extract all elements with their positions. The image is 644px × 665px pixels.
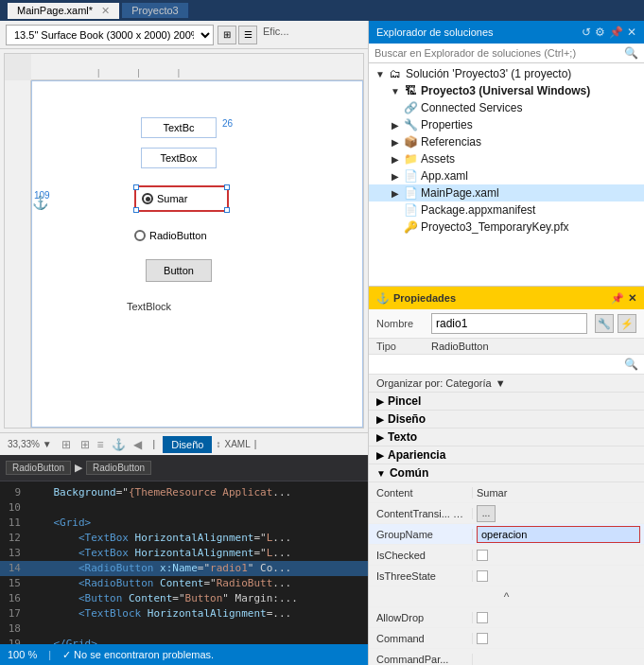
tree-item-project[interactable]: ▼ 🏗 Proyecto3 (Universal Windows) xyxy=(369,82,644,99)
diseno-label: Diseño xyxy=(388,412,426,426)
widget-radiobutton2[interactable]: RadioButton xyxy=(134,225,229,246)
tree-item-assets[interactable]: ▶ 📁 Assets xyxy=(369,150,644,167)
props-wrench-btn[interactable]: 🔧 xyxy=(595,314,614,333)
widget-radiobutton-selected[interactable]: Sumar xyxy=(134,185,229,212)
tree-item-referencias[interactable]: ▶ 📦 Referencias xyxy=(369,133,644,150)
isthreestate-checkbox[interactable] xyxy=(477,570,488,582)
tree-item-mainpage[interactable]: ▶ 📄 MainPage.xaml xyxy=(369,184,644,201)
tree-item-pfx[interactable]: 🔑 Proyecto3_TemporaryKey.pfx xyxy=(369,219,644,236)
assets-arrow[interactable]: ▶ xyxy=(388,154,403,165)
tree-item-properties[interactable]: ▶ 🔧 Properties xyxy=(369,116,644,133)
design-view-btn[interactable]: Diseño xyxy=(163,436,212,453)
referencias-icon: 📦 xyxy=(403,134,418,149)
handle-tl[interactable] xyxy=(133,184,139,190)
code-line-highlighted: 14 <RadioButton x:Name="radio1" Co... xyxy=(0,561,368,576)
referencias-arrow[interactable]: ▶ xyxy=(388,137,403,148)
ischecked-checkbox[interactable] xyxy=(477,550,488,561)
appxaml-arrow[interactable]: ▶ xyxy=(388,171,403,182)
code-selector2[interactable]: RadioButton xyxy=(86,461,151,475)
device-selector[interactable]: 13.5" Surface Book (3000 x 2000) 200% es… xyxy=(6,25,214,45)
props-name-row: Nombre 🔧 ⚡ xyxy=(369,309,644,339)
contenttransi-btn[interactable]: ... xyxy=(477,505,496,522)
props-scroll[interactable]: ▶ Pincel ▶ Diseño ▶ Texto xyxy=(369,393,644,665)
zoom-display: 33,33% ▼ xyxy=(8,439,52,449)
design-canvas: | | | TextBc 26 TextBox xyxy=(4,53,364,429)
project-label: Proyecto3 (Universal Windows) xyxy=(421,84,590,97)
widget-textbox2[interactable]: TextBox xyxy=(141,148,217,168)
status-bar: 100 % | ✓ No se encontraron problemas. xyxy=(0,644,368,665)
connected-icon: 🔗 xyxy=(403,100,418,115)
props-close-icon[interactable]: ✕ xyxy=(628,292,636,305)
ruler-top: | | | xyxy=(31,54,363,80)
code-selector1[interactable]: RadioButton xyxy=(6,461,71,475)
content-label: Content xyxy=(369,487,473,499)
tab-mainpage[interactable]: MainPage.xaml* ✕ xyxy=(8,3,120,19)
solution-arrow[interactable]: ▼ xyxy=(373,69,388,79)
widget-button[interactable]: Button xyxy=(146,259,212,282)
pin-icon[interactable]: 📌 xyxy=(609,26,623,39)
toolbar-strip: 13.5" Surface Book (3000 x 2000) 200% es… xyxy=(0,21,368,49)
props-search-input[interactable] xyxy=(374,359,624,370)
props-lightning-btn[interactable]: ⚡ xyxy=(618,314,636,333)
handle-bl[interactable] xyxy=(133,207,139,213)
props-category-comun[interactable]: ▼ Común xyxy=(369,464,644,482)
allowdrop-value-area xyxy=(473,612,644,623)
eficiency-label: Efic... xyxy=(259,26,289,44)
properties-panel: ⚓ Propiedades 📌 ✕ Nombre 🔧 ⚡ xyxy=(369,287,644,665)
props-row-command: Command xyxy=(369,628,644,649)
props-collapse-arrow[interactable]: ^ xyxy=(504,590,510,604)
settings-icon[interactable]: ⚙ xyxy=(595,26,605,39)
props-category-diseno[interactable]: ▶ Diseño xyxy=(369,411,644,429)
handle-br[interactable] xyxy=(224,207,230,213)
mainpage-label: MainPage.xaml xyxy=(421,186,499,200)
props-name-input[interactable] xyxy=(431,313,587,334)
code-area[interactable]: 9 Background="{ThemeResource Applicat...… xyxy=(0,481,368,644)
project-arrow[interactable]: ▼ xyxy=(388,86,403,96)
handle-tr[interactable] xyxy=(224,184,230,190)
widget-textbox1[interactable]: TextBc 26 xyxy=(141,117,217,138)
props-category-texto[interactable]: ▶ Texto xyxy=(369,429,644,446)
widget-textblock[interactable]: TextBlock xyxy=(127,301,171,312)
props-organizer-arrow: ▼ xyxy=(496,377,506,389)
props-category-apariencia[interactable]: ▶ Apariencia xyxy=(369,446,644,464)
properties-label: Properties xyxy=(421,118,473,131)
search-icon: 🔍 xyxy=(624,46,638,60)
props-organizer[interactable]: Organizar por: Categoría ▼ xyxy=(369,375,644,393)
code-line: 12 <TextBox HorizontalAlignment="L... xyxy=(0,531,368,546)
sync-icon[interactable]: ↺ xyxy=(582,26,591,39)
status-sep: | xyxy=(48,649,51,660)
tree-item-manifest[interactable]: 📄 Package.appxmanifest xyxy=(369,201,644,219)
props-row-isthreestate: IsThreeState xyxy=(369,566,644,586)
tree-item-solution[interactable]: ▼ 🗂 Solución 'Proyecto3' (1 proyecto) xyxy=(369,65,644,82)
appxaml-label: App.xaml xyxy=(421,169,468,183)
right-panel: Explorador de soluciones ↺ ⚙ 📌 ✕ 🔍 xyxy=(369,21,644,665)
referencias-label: Referencias xyxy=(421,135,481,149)
props-pin-icon[interactable]: 📌 xyxy=(611,292,624,305)
view-toggle: Diseño ↕ XAML | xyxy=(163,436,258,453)
properties-arrow[interactable]: ▶ xyxy=(388,120,403,131)
solution-icon: 🗂 xyxy=(388,66,403,81)
tree-item-connected[interactable]: 🔗 Connected Services xyxy=(369,99,644,116)
list-icon-btn[interactable]: ☰ xyxy=(238,26,257,44)
grid-icon-btn[interactable]: ⊞ xyxy=(218,26,236,44)
props-category-pincel[interactable]: ▶ Pincel xyxy=(369,393,644,411)
canvas-white[interactable]: TextBc 26 TextBox 109 ⚓ xyxy=(31,80,363,428)
left-arrow-icon: ◀ xyxy=(133,438,142,451)
props-name-icons: 🔧 ⚡ xyxy=(595,314,636,333)
snap-icon: ⊞ xyxy=(80,438,90,451)
props-organizer-label: Organizar por: Categoría xyxy=(376,377,492,389)
content-value: Sumar xyxy=(477,487,507,499)
code-line: 15 <RadioButton Content="RadioButt... xyxy=(0,576,368,591)
tree-item-appxaml[interactable]: ▶ 📄 App.xaml xyxy=(369,167,644,184)
allowdrop-checkbox[interactable] xyxy=(477,612,488,623)
search-input[interactable] xyxy=(374,47,624,59)
groupname-input[interactable] xyxy=(477,526,640,543)
command-checkbox[interactable] xyxy=(477,633,488,644)
isthreestate-value-area xyxy=(473,570,644,582)
close-icon[interactable]: ✕ xyxy=(627,26,636,39)
assets-icon: 📁 xyxy=(403,151,418,166)
texto-label: Texto xyxy=(388,430,417,444)
tab-close-mainpage[interactable]: ✕ xyxy=(101,5,110,16)
tab-proyecto3[interactable]: Proyecto3 xyxy=(122,3,189,18)
mainpage-arrow[interactable]: ▶ xyxy=(388,188,403,199)
